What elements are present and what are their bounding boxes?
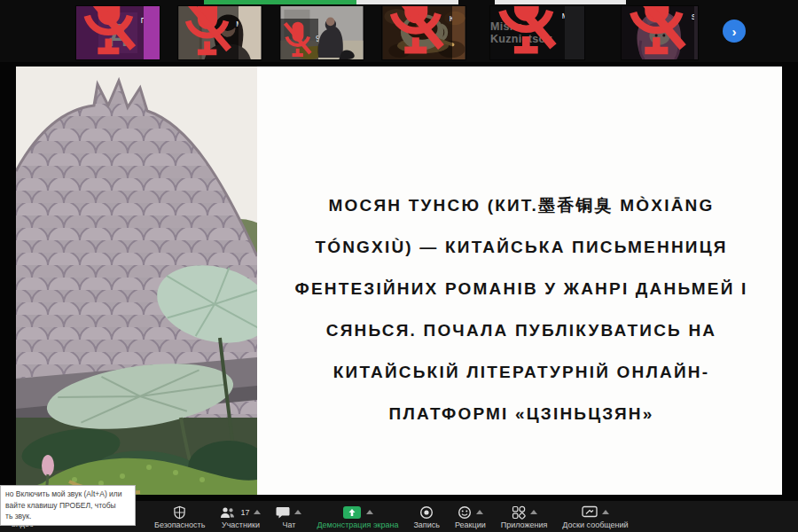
chevron-up-icon[interactable] — [476, 510, 483, 514]
participant-tile[interactable]: Misha Kuznietsov Misha Kuznietsov — [489, 5, 585, 60]
shield-icon — [173, 505, 186, 520]
participant-tile[interactable]: Юлія Малахова — [381, 5, 466, 60]
unmute-tooltip: но Включить мой звук (Alt+A) или вайте к… — [0, 485, 136, 526]
security-label: Безопасность — [154, 520, 205, 529]
participant-name-label: Перепада Д.О. — [76, 5, 144, 59]
chevron-up-icon[interactable] — [366, 510, 373, 514]
next-participants-button[interactable]: › — [723, 20, 746, 43]
participant-name-text: Misha Kuznietsov — [562, 12, 565, 21]
mic-muted-icon — [282, 20, 314, 59]
reactions-button[interactable]: Реакции — [453, 501, 488, 532]
mic-muted-icon — [180, 5, 234, 59]
chevron-right-icon: › — [732, 25, 737, 38]
security-button[interactable]: Безопасность — [153, 501, 207, 532]
chevron-up-icon[interactable] — [530, 510, 537, 514]
chevron-up-icon[interactable] — [602, 510, 609, 514]
participant-name-text: Марина Білік — [236, 20, 239, 29]
chat-icon — [276, 506, 290, 519]
slide-text-block: МОСЯН ТУНСЮ (КИТ.墨香铜臭 MÒXIĀNG TÓNGXIÙ) —… — [266, 184, 777, 434]
mic-muted-icon — [384, 5, 448, 59]
participants-label: Участники — [222, 520, 260, 529]
slide-text-line: ФЕНТЕЗІЙНИХ РОМАНІВ У ЖАНРІ ДАНЬМЕЙ І — [266, 268, 777, 309]
screen-share-green-border — [204, 0, 356, 4]
participant-tile[interactable]: 안태이 — [279, 5, 364, 60]
participant-tile[interactable]: Svitlana Yesakova — [621, 5, 699, 60]
share-screen-label: Демонстрация экрана — [317, 520, 398, 529]
participant-name-label: Misha Kuznietsov — [490, 5, 565, 59]
chevron-up-icon[interactable] — [294, 510, 301, 514]
apps-button[interactable]: Приложения — [499, 501, 550, 532]
chat-button[interactable]: Чат — [274, 501, 303, 532]
slide-text-line: КИТАЙСЬКІЙ ЛІТЕРАТУРНІЙ ОНЛАЙН- — [266, 351, 777, 393]
participant-strip: Д Перепада Д.О. — [0, 0, 798, 62]
shared-window-top-edge-2 — [495, 0, 626, 4]
participant-name-text: Svitlana Yesakova — [692, 12, 694, 22]
record-button[interactable]: Запись — [411, 501, 442, 532]
slide-text-line: TÓNGXIÙ) — КИТАЙСЬКА ПИСЬМЕННИЦЯ — [266, 226, 777, 268]
chat-label: Чат — [282, 520, 295, 529]
slide-text-line: МОСЯН ТУНСЮ (КИТ.墨香铜臭 MÒXIĀNG — [266, 184, 777, 226]
participants-count: 17 — [240, 508, 249, 517]
smiley-icon — [458, 505, 472, 520]
participant-name-label: Юлія Малахова — [382, 5, 452, 59]
whiteboard-icon — [582, 505, 598, 519]
share-screen-button[interactable]: Демонстрация экрана — [315, 501, 400, 532]
tooltip-text: но Включить мой звук (Alt+A) или — [5, 489, 131, 500]
zoom-meeting-window: Д Перепада Д.О. — [0, 0, 798, 532]
apps-icon — [512, 505, 526, 520]
participants-button[interactable]: 17 Участники — [218, 501, 262, 532]
whiteboards-label: Доски сообщений — [562, 520, 628, 529]
apps-label: Приложения — [501, 520, 548, 529]
participant-name-text: Юлія Малахова — [450, 14, 452, 24]
participant-name-label: Марина Білік — [178, 5, 239, 59]
whiteboards-button[interactable]: Доски сообщений — [560, 501, 630, 532]
share-screen-icon — [342, 505, 362, 520]
lotus-statue-photo — [16, 66, 257, 495]
slide-text-line: СЯНЬСЯ. ПОЧАЛА ПУБЛІКУВАТИСЬ НА — [266, 309, 777, 351]
shared-screen-slide: МОСЯН ТУНСЮ (КИТ.墨香铜臭 MÒXIĀNG TÓNGXIÙ) —… — [16, 66, 782, 495]
tooltip-text: ть звук. — [5, 511, 131, 522]
record-label: Запись — [413, 520, 440, 529]
reactions-label: Реакции — [455, 520, 486, 529]
shared-window-top-edge — [356, 0, 458, 4]
mic-muted-icon — [492, 5, 560, 59]
participant-name-label: Svitlana Yesakova — [622, 5, 694, 59]
participant-name-label: 안태이 — [280, 19, 318, 59]
mic-muted-icon — [78, 5, 139, 59]
participant-name-text: 안태이 — [316, 34, 318, 43]
participants-icon — [220, 506, 236, 519]
participant-name-text: Перепада Д.О. — [141, 16, 144, 26]
chevron-up-icon[interactable] — [254, 510, 261, 514]
record-icon — [419, 505, 434, 520]
mic-muted-icon — [623, 5, 690, 59]
tooltip-text: вайте клавишу ПРОБЕЛ, чтобы — [5, 500, 131, 512]
participant-tile[interactable]: Марина Білік — [177, 5, 262, 60]
slide-text-line: ПЛАТФОРМІ «ЦЗІНЬЦЗЯН» — [266, 393, 777, 434]
participant-tile[interactable]: Д Перепада Д.О. — [75, 5, 160, 60]
